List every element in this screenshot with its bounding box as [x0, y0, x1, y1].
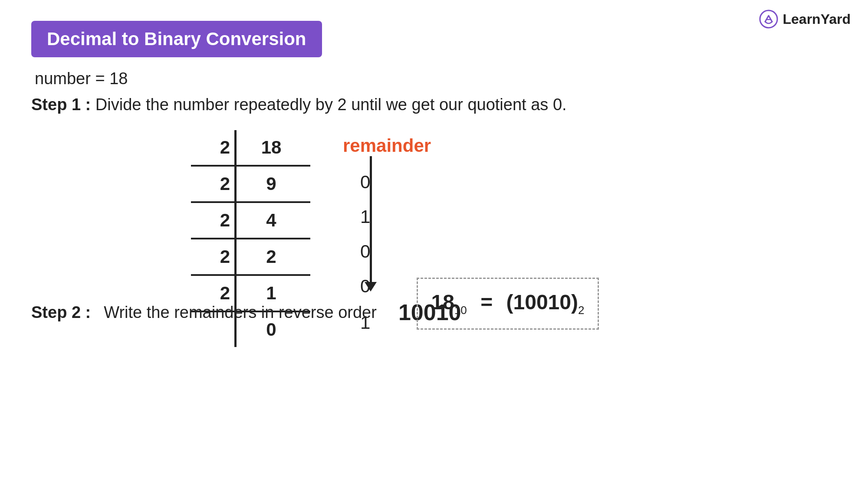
arrow-shaft — [370, 156, 372, 282]
step2-label: Step 2 : — [31, 303, 91, 322]
dividend-1: 9 — [237, 174, 306, 194]
divisor-3: 2 — [191, 246, 234, 267]
divisor-1: 2 — [191, 174, 234, 194]
step2-text: Write the remainders in reverse order — [104, 303, 377, 322]
dividend-2: 4 — [237, 210, 306, 231]
title-badge: Decimal to Binary Conversion — [31, 21, 322, 57]
dividend-0: 18 — [237, 137, 306, 158]
learnyard-text: LearnYard — [783, 11, 851, 27]
result-equals: = — [480, 291, 493, 314]
arrow-down — [365, 156, 377, 291]
remainder-label: remainder — [343, 135, 431, 156]
dividend-3: 2 — [237, 246, 306, 267]
result-box: 1810 = (10010)2 — [417, 278, 599, 330]
step1-description: Step 1 : Divide the number repeatedly by… — [31, 95, 567, 114]
step1-text: Divide the number repeatedly by 2 until … — [91, 95, 566, 114]
number-label: number = 18 — [35, 69, 128, 88]
divisor-2: 2 — [191, 210, 234, 231]
division-row-3: 2 2 — [191, 239, 417, 274]
result-sub2: 2 — [578, 304, 584, 317]
division-row-2: 2 4 — [191, 203, 417, 238]
result-sub1: 10 — [454, 304, 467, 317]
result-binary-val: (10010) — [506, 291, 578, 314]
learnyard-logo: LearnYard — [759, 10, 851, 29]
arrow-head — [365, 282, 377, 291]
divisor-0: 2 — [191, 137, 234, 158]
result-equation: 1810 = (10010)2 — [431, 290, 585, 317]
step2-area: Step 2 : Write the remainders in reverse… — [31, 299, 461, 325]
division-row-1: 2 9 — [191, 167, 417, 201]
step1-label: Step 1 : — [31, 95, 91, 114]
learnyard-icon — [759, 10, 778, 29]
title-text: Decimal to Binary Conversion — [47, 29, 306, 49]
result-base10-num: 18 — [431, 291, 454, 314]
